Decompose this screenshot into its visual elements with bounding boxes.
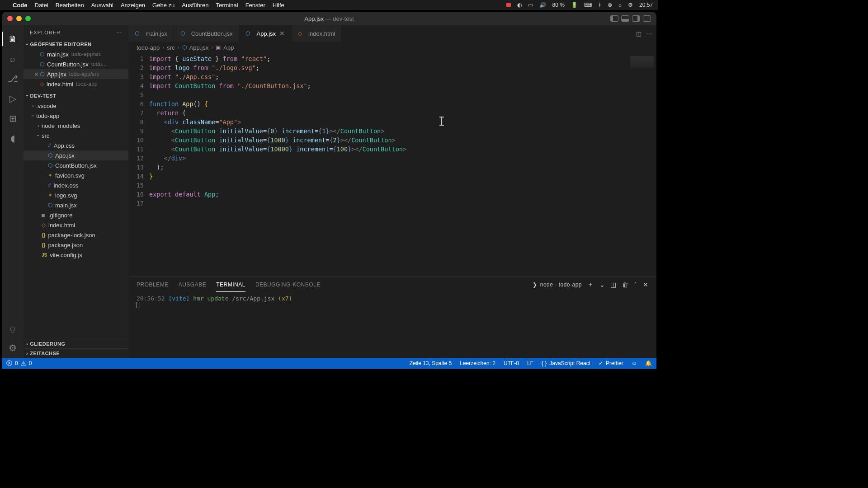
file-tree-item[interactable]: ✦favicon.svg (24, 170, 128, 180)
battery-icon[interactable]: 🔋 (571, 2, 578, 8)
clock[interactable]: 20:57 (639, 2, 653, 8)
file-tree: ›.vscode ›todo-app ›node_modules ›src #A… (24, 101, 128, 339)
breadcrumb-item[interactable]: todo-app (137, 44, 160, 51)
terminal-body[interactable]: 20:56:52 [vite] hmr update /src/App.jsx … (128, 292, 656, 358)
open-editor-item[interactable]: ◇ index.html todo-app (24, 79, 128, 89)
file-tree-item[interactable]: ◆.gitignore (24, 210, 128, 220)
close-editor-icon[interactable]: ✕ (33, 71, 40, 78)
file-tree-item[interactable]: {}package.json (24, 240, 128, 250)
menu-terminal[interactable]: Terminal (216, 2, 238, 9)
file-tree-item[interactable]: #index.css (24, 180, 128, 190)
panel-tab-debug-console[interactable]: DEBUGGING-KONSOLE (255, 278, 321, 291)
file-tree-item[interactable]: ◇index.html (24, 220, 128, 230)
close-tab-icon[interactable]: ✕ (279, 30, 285, 37)
menu-selection[interactable]: Auswahl (91, 2, 113, 9)
minimap[interactable] (627, 53, 656, 277)
status-cursor-position[interactable]: Zeile 13, Spalte 5 (410, 360, 452, 366)
toggle-sidebar-icon[interactable] (610, 15, 618, 22)
open-editor-item[interactable]: ✕ ⬡ App.jsx todo-app/src (24, 69, 128, 79)
file-tree-item[interactable]: {}package-lock.json (24, 230, 128, 240)
wifi-icon[interactable]: ⊚ (608, 2, 612, 8)
file-tree-item[interactable]: ›.vscode (24, 101, 128, 111)
code-content[interactable]: import { useState } from "react";import … (149, 53, 627, 277)
menu-view[interactable]: Anzeigen (121, 2, 145, 9)
kill-terminal-icon[interactable]: 🗑 (622, 281, 629, 288)
menu-edit[interactable]: Bearbeiten (56, 2, 84, 9)
activity-account-icon[interactable]: ⍜ (2, 318, 24, 338)
explorer-more-icon[interactable]: ⋯ (117, 30, 122, 36)
menu-help[interactable]: Hilfe (273, 2, 284, 9)
open-editor-item[interactable]: ⬡ CountButton.jsx todo... (24, 59, 128, 69)
file-tree-item[interactable]: ›node_modules (24, 121, 128, 131)
status-bell-icon[interactable]: 🔔 (645, 360, 652, 366)
file-tree-item[interactable]: ⬡CountButton.jsx (24, 160, 128, 170)
file-tree-item[interactable]: ›src (24, 131, 128, 141)
editor-tab[interactable]: ⬡App.jsx ✕ (239, 25, 292, 42)
window-close-button[interactable] (7, 16, 13, 21)
search-icon[interactable]: ⌕ (618, 2, 622, 8)
volume-icon[interactable]: 🔊 (539, 2, 546, 8)
battery-percent[interactable]: 80 % (552, 2, 565, 8)
keyboard-icon[interactable]: ⌨ (584, 2, 592, 8)
activity-settings-icon[interactable]: ⚙ (2, 338, 24, 358)
status-eol[interactable]: LF (527, 360, 533, 366)
outline-header[interactable]: › GLIEDERUNG (24, 339, 128, 348)
file-tree-item[interactable]: ⬡App.jsx (24, 150, 128, 160)
status-feedback-icon[interactable]: ☺ (632, 360, 637, 366)
display-icon[interactable]: ▭ (528, 2, 533, 8)
terminal-dropdown-icon[interactable]: ⌄ (599, 281, 605, 288)
bluetooth-icon[interactable]: ᚼ (598, 2, 601, 8)
status-language[interactable]: { } JavaScript React (542, 360, 590, 366)
activity-source-control-icon[interactable]: ⎇ (2, 69, 24, 89)
maximize-panel-icon[interactable]: ˄ (634, 281, 637, 288)
status-prettier[interactable]: Prettier (599, 360, 623, 366)
panel-tab-output[interactable]: AUSGABE (179, 278, 207, 291)
window-minimize-button[interactable] (16, 16, 22, 21)
toggle-panel-icon[interactable] (621, 15, 629, 22)
window-maximize-button[interactable] (25, 16, 31, 21)
panel-tab-problems[interactable]: PROBLEME (137, 278, 169, 291)
breadcrumb-item[interactable]: App.jsx (189, 44, 209, 51)
customize-layout-icon[interactable] (643, 15, 651, 22)
editor[interactable]: 1234567891011121314151617 import { useSt… (128, 53, 656, 277)
status-icon[interactable]: ◐ (517, 2, 522, 8)
open-editors-header[interactable]: › GEÖFFNETE EDITOREN (24, 39, 128, 49)
split-terminal-icon[interactable]: ◫ (610, 281, 617, 288)
screen-record-icon[interactable] (506, 3, 511, 7)
file-tree-item[interactable]: ⬡main.jsx (24, 200, 128, 210)
activity-remote-icon[interactable]: ◖ (2, 128, 24, 148)
breadcrumb-item[interactable]: App (223, 44, 234, 51)
control-center-icon[interactable]: ⚙ (628, 2, 633, 8)
breadcrumbs[interactable]: todo-app › src › ⬡ App.jsx › ▣ App (128, 42, 656, 53)
close-panel-icon[interactable]: ✕ (643, 281, 649, 288)
status-indent[interactable]: Leerzeichen: 2 (460, 360, 495, 366)
toggle-secondary-sidebar-icon[interactable] (632, 15, 640, 22)
editor-tab[interactable]: ⬡main.jsx (128, 25, 174, 42)
editor-tab[interactable]: ⬡CountButton.jsx (174, 25, 240, 42)
activity-search-icon[interactable]: ⌕ (2, 49, 24, 69)
timeline-header[interactable]: › ZEITACHSE (24, 348, 128, 358)
activity-run-debug-icon[interactable]: ▷ (2, 89, 24, 108)
status-encoding[interactable]: UTF-8 (504, 360, 519, 366)
breadcrumb-item[interactable]: src (167, 44, 175, 51)
new-terminal-icon[interactable]: ＋ (587, 281, 594, 289)
menubar-app-name[interactable]: Code (13, 2, 28, 9)
file-tree-item[interactable]: ›todo-app (24, 111, 128, 121)
project-header[interactable]: › DEV-TEST (24, 91, 128, 101)
menu-window[interactable]: Fenster (245, 2, 265, 9)
terminal-process-label[interactable]: ❯ node - todo-app (533, 282, 582, 288)
open-editor-item[interactable]: ⬡ main.jsx todo-app/src (24, 49, 128, 59)
file-tree-item[interactable]: #App.css (24, 141, 128, 150)
split-editor-icon[interactable]: ◫ (636, 30, 642, 37)
activity-explorer-icon[interactable]: 🗎 (2, 29, 24, 49)
menu-file[interactable]: Datei (35, 2, 48, 9)
menu-go[interactable]: Gehe zu (152, 2, 175, 9)
activity-extensions-icon[interactable]: ⊞ (2, 108, 24, 128)
editor-tab[interactable]: ◇index.html (292, 25, 342, 42)
more-actions-icon[interactable]: ⋯ (646, 30, 652, 37)
file-tree-item[interactable]: JSvite.config.js (24, 250, 128, 260)
file-tree-item[interactable]: ✦logo.svg (24, 190, 128, 200)
menu-run[interactable]: Ausführen (182, 2, 208, 9)
status-errors[interactable]: ⓧ0 ⚠0 (6, 359, 32, 367)
panel-tab-terminal[interactable]: TERMINAL (216, 278, 245, 292)
